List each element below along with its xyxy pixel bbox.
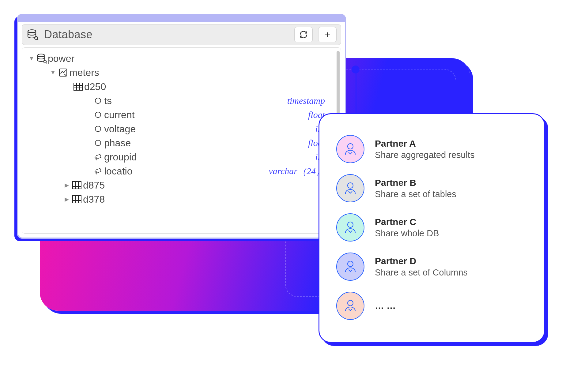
chevron-down-icon[interactable]: ▼ [49,69,57,76]
database-tree: ▼ power ▼ S meters [22,47,341,234]
refresh-icon [299,30,308,39]
partner-avatar [336,253,364,281]
tree-node-label: current [104,109,135,121]
tree-node-label: ts [104,95,112,107]
database-icon [26,28,39,41]
partner-avatar [336,213,364,242]
table-icon [71,195,83,203]
partner-avatar [336,135,364,163]
tree-node-label: d875 [83,180,105,191]
tree-node-column[interactable]: ts timestamp [28,94,334,108]
tag-icon: 🏷 [92,167,104,175]
svg-point-2 [35,36,38,39]
tree-node-column[interactable]: 🏷 groupid int [28,150,334,164]
column-icon [92,98,104,104]
svg-line-3 [37,39,38,40]
tree-node-label: meters [69,67,99,78]
chevron-down-icon[interactable]: ▼ [28,55,36,62]
partner-row[interactable]: … … [336,286,527,325]
partner-desc: Share aggregated results [375,149,475,160]
partner-avatar [336,292,364,320]
column-icon [92,140,104,146]
column-icon [92,126,104,132]
svg-rect-15 [73,182,81,189]
tree-node-label: locatio [104,166,133,177]
svg-rect-20 [73,196,81,203]
svg-point-28 [348,261,353,267]
tree-node-table[interactable]: ▶ d378 [28,192,334,206]
database-icon [36,53,48,64]
svg-point-29 [348,300,353,306]
partner-desc: Share a set of Columns [375,267,468,278]
tree-node-schema[interactable]: ▼ S meters [28,66,334,80]
tree-node-table[interactable]: ▶ d875 [28,178,334,192]
plus-icon: + [324,29,330,40]
tree-node-column[interactable]: voltage int [28,122,334,136]
partner-row[interactable]: Partner A Share aggregated results [336,129,527,169]
schema-icon: S [57,68,69,77]
tree-node-label: groupid [104,152,137,163]
tree-node-column[interactable]: current float [28,108,334,122]
tree-node-column[interactable]: 🏷 locatio varchar（24） [28,164,334,178]
partner-row[interactable]: Partner C Share whole DB [336,208,527,247]
tree-node-label: phase [104,137,131,149]
column-type: timestamp [287,96,325,106]
svg-point-26 [348,183,353,188]
partner-name: Partner D [375,255,468,267]
partner-name: Partner A [375,138,475,149]
partner-desc: Share a set of tables [375,189,456,200]
partners-popover: Partner A Share aggregated results Partn… [318,113,545,343]
svg-line-7 [46,63,47,64]
partner-name: Partner C [375,216,439,228]
tree-node-table[interactable]: d250 [28,80,334,94]
add-button[interactable]: + [318,27,337,42]
refresh-button[interactable] [294,27,313,42]
chevron-right-icon[interactable]: ▶ [63,196,71,203]
tree-node-label: d378 [83,194,105,205]
tree-node-column[interactable]: phase float [28,136,334,150]
table-icon [71,181,83,189]
partner-name: Partner B [375,177,456,189]
column-type: varchar（24） [269,165,325,178]
partner-name: … … [375,300,396,312]
database-panel: Database + ▼ [17,14,346,239]
partner-desc: Share whole DB [375,228,439,239]
tree-node-label: voltage [104,123,136,135]
tree-node-database[interactable]: ▼ power [28,51,334,66]
database-toolbar: Database + [22,24,341,45]
partner-avatar [336,174,364,202]
chevron-right-icon[interactable]: ▶ [63,182,71,189]
svg-text:S: S [64,73,66,77]
table-icon [72,83,84,91]
column-icon [92,112,104,118]
connector-line [356,71,356,114]
svg-point-25 [348,144,353,149]
tree-node-label: d250 [84,81,106,92]
svg-point-27 [348,222,353,227]
svg-point-6 [43,60,46,63]
tag-icon: 🏷 [92,153,104,161]
svg-rect-10 [74,83,82,90]
tree-node-label: power [48,53,74,64]
partner-row[interactable]: Partner D Share a set of Columns [336,247,527,286]
panel-title: Database [44,28,289,41]
partner-row[interactable]: Partner B Share a set of tables [336,169,527,208]
